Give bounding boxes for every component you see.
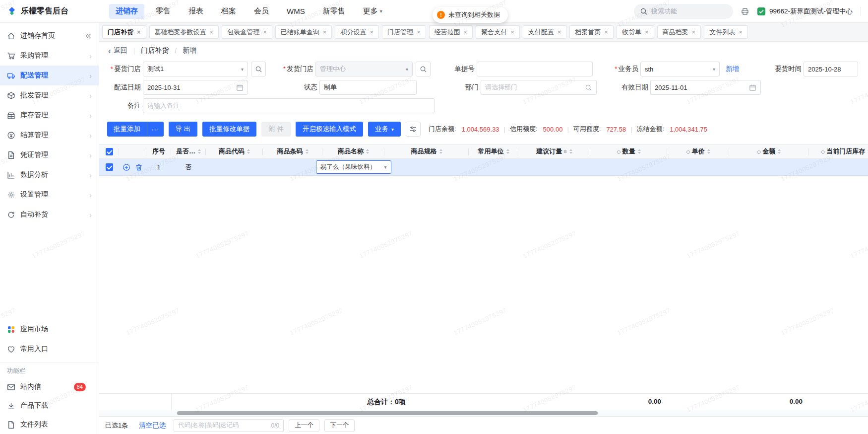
sidebar-item-inventory[interactable]: 库存管理› [0, 105, 99, 125]
close-icon[interactable]: × [263, 28, 267, 36]
salesman-add-link[interactable]: 新增 [726, 65, 739, 73]
column-header-stock[interactable]: ◇当前门店库存 [808, 145, 868, 158]
sort-icon[interactable] [707, 149, 710, 154]
doc-no-input[interactable] [477, 62, 593, 76]
batch-add-button[interactable]: 批量添加 ··· [107, 122, 164, 137]
nav-item-more[interactable]: 更多▾ [357, 4, 389, 19]
nav-item-members[interactable]: 会员 [248, 4, 275, 19]
sort-icon[interactable] [198, 149, 201, 154]
sort-icon[interactable] [247, 149, 250, 154]
close-icon[interactable]: × [137, 28, 141, 36]
sort-icon[interactable] [306, 149, 309, 154]
quick-search-input[interactable]: 代码|名称|条码|速记码 0/0 [174, 419, 284, 432]
tab-pay-config[interactable]: 支付配置× [523, 25, 567, 39]
sidebar-item-app-market[interactable]: 应用市场 [0, 319, 99, 339]
tab-store-mgmt[interactable]: 门店管理× [382, 25, 426, 39]
tab-store-replenish[interactable]: 门店补货× [102, 25, 146, 39]
close-icon[interactable]: × [210, 28, 214, 36]
sidebar-item-file-list[interactable]: 文件列表 [0, 415, 99, 434]
sort-icon[interactable] [366, 149, 369, 154]
ship-store-search-button[interactable] [416, 62, 431, 76]
account-menu[interactable]: 99662-新界面测试-管理中心 [757, 7, 853, 16]
attachment-button[interactable]: 附 件 [261, 122, 291, 137]
next-button[interactable]: 下一个 [324, 419, 355, 432]
sort-icon[interactable] [569, 149, 572, 154]
sidebar-item-wholesale[interactable]: 批发管理› [0, 85, 99, 105]
sidebar-item-voucher[interactable]: 凭证管理› [0, 145, 99, 165]
collapse-sidebar-icon[interactable] [84, 32, 92, 40]
sidebar-item-settings[interactable]: 设置管理› [0, 185, 99, 205]
back-button[interactable]: ‹ 返回 [108, 46, 127, 55]
close-icon[interactable]: × [604, 28, 608, 36]
close-icon[interactable]: × [645, 28, 649, 36]
tab-archive-home[interactable]: 档案首页× [569, 25, 614, 39]
add-row-icon[interactable] [123, 163, 130, 171]
tab-product-archive[interactable]: 商品档案× [657, 25, 701, 39]
tab-points-settings[interactable]: 积分设置× [335, 25, 379, 39]
tab-business-scope[interactable]: 经营范围× [429, 25, 473, 39]
sidebar-item-purchase[interactable]: 采购管理› [0, 46, 99, 66]
nav-item-retail[interactable]: 零售 [149, 4, 177, 19]
sort-icon[interactable] [439, 149, 442, 154]
business-dropdown-button[interactable]: 业务 ▾ [368, 122, 401, 137]
request-time-input[interactable]: 2025-10-28 [804, 62, 858, 76]
column-header-qty[interactable]: ◇数量 [590, 145, 667, 158]
batch-edit-button[interactable]: 批量修改单据 [202, 122, 256, 137]
close-icon[interactable]: × [510, 28, 514, 36]
tab-file-list[interactable]: 文件列表× [704, 25, 748, 39]
column-header-flag[interactable]: 是否… [171, 145, 206, 158]
table-settings-button[interactable] [406, 122, 421, 137]
sidebar-item-settlement[interactable]: 结算管理› [0, 125, 99, 145]
column-header-barcode[interactable]: 商品条码 [263, 145, 322, 158]
export-button[interactable]: 导 出 [169, 122, 198, 137]
valid-date-input[interactable]: 2025-11-01 [650, 80, 761, 95]
nav-item-wms[interactable]: WMS [280, 4, 311, 19]
column-header-seq[interactable]: 序号 [146, 145, 171, 158]
sidebar-item-product-download[interactable]: 产品下载 [0, 396, 99, 415]
tab-receipt[interactable]: 收货单× [617, 25, 654, 39]
horizontal-scrollbar[interactable] [99, 410, 868, 416]
scrollbar-thumb[interactable] [177, 411, 598, 415]
remark-input[interactable]: 请输入备注 [143, 98, 434, 113]
clear-selected-link[interactable]: 清空已选 [139, 421, 166, 430]
sort-icon[interactable] [506, 149, 509, 154]
close-icon[interactable]: × [692, 28, 696, 36]
close-icon[interactable]: × [464, 28, 468, 36]
speed-input-button[interactable]: 开启极速输入模式 [296, 122, 363, 137]
tab-package-box[interactable]: 包装盒管理× [222, 25, 272, 39]
column-header-price[interactable]: ◇单价 [667, 145, 729, 158]
row-checkbox[interactable] [106, 163, 113, 171]
sidebar-item-favorites[interactable]: 常用入口 [0, 339, 99, 359]
nav-item-new-retail[interactable]: 新零售 [316, 4, 352, 19]
column-header-suggest[interactable]: 建议订量≡ [518, 145, 590, 158]
app-logo[interactable]: 乐檬零售后台 [7, 6, 101, 16]
global-search-input[interactable]: 搜索功能 [634, 4, 733, 19]
request-store-search-button[interactable] [251, 62, 266, 76]
tab-base-archive-params[interactable]: 基础档案参数设置× [149, 25, 219, 39]
sidebar-item-analytics[interactable]: 数据分析› [0, 165, 99, 185]
prev-button[interactable]: 上一个 [289, 419, 319, 432]
nav-item-inventory[interactable]: 进销存 [109, 4, 144, 19]
delete-row-icon[interactable] [135, 163, 143, 171]
sidebar-item-home[interactable]: 进销存首页 [0, 26, 99, 46]
column-header-unit[interactable]: 常用单位 [469, 145, 518, 158]
select-all-checkbox[interactable] [106, 148, 113, 155]
tab-aggregate-pay[interactable]: 聚合支付× [476, 25, 520, 39]
close-icon[interactable]: × [370, 28, 373, 36]
sidebar-item-delivery[interactable]: 配送管理› [0, 66, 99, 85]
salesman-select[interactable]: sth ▾ [640, 62, 720, 76]
ship-store-select[interactable]: 管理中心 ▾ [315, 62, 413, 76]
request-store-select[interactable]: 测试1 ▾ [143, 62, 248, 76]
product-name-select[interactable]: 易了么（果味饮料）▾ [316, 160, 391, 174]
nav-item-archives[interactable]: 档案 [215, 4, 243, 19]
close-icon[interactable]: × [558, 28, 561, 36]
column-header-spec[interactable]: 商品规格 [384, 145, 469, 158]
column-header-name[interactable]: 商品名称 [322, 145, 384, 158]
column-header-code[interactable]: 商品代码 [206, 145, 263, 158]
sort-icon[interactable] [638, 149, 641, 154]
batch-add-more-button[interactable]: ··· [147, 122, 164, 137]
close-icon[interactable]: × [417, 28, 421, 36]
printer-icon[interactable] [741, 7, 749, 15]
close-icon[interactable]: × [323, 28, 327, 36]
sidebar-item-inbox[interactable]: 站内信84 [0, 377, 99, 396]
